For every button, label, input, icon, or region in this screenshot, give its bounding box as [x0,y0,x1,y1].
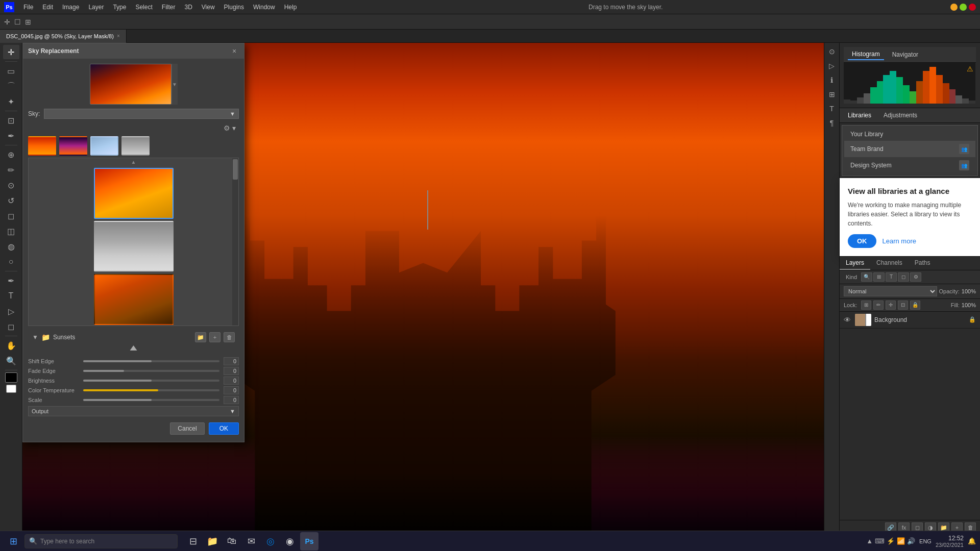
kind-filter-smart[interactable]: ⚙ [910,272,921,282]
menu-edit[interactable]: Edit [38,3,57,12]
document-tab[interactable]: DSC_0045.jpg @ 50% (Sky, Layer Mask/8) × [0,30,127,43]
move-tool-option[interactable]: ✛ [4,18,10,26]
library-design-system-share-button[interactable]: 👥 [959,160,969,170]
menu-select[interactable]: Select [131,3,156,12]
menu-layer[interactable]: Layer [84,3,108,12]
menu-type[interactable]: Type [109,3,130,12]
sky-folder-collapse-arrow[interactable]: ▼ [32,334,38,341]
sky-folder-add-button[interactable]: + [209,332,220,342]
lock-artboard-button[interactable]: ⊡ [898,300,908,310]
sky-thumb-1[interactable] [28,136,56,156]
sky-folder-new-folder-button[interactable]: 📁 [195,332,206,342]
slider-brightness-track[interactable] [83,380,219,382]
tray-wifi-icon[interactable]: 📶 [897,537,905,545]
sky-list-scroll-thumb[interactable] [233,159,238,180]
text-tool[interactable]: T [3,289,19,303]
start-button[interactable]: ⊞ [4,532,22,550]
sky-dialog-title-bar[interactable]: Sky Replacement × [23,43,244,59]
lasso-tool[interactable]: ⌒ [3,79,19,93]
lock-all-button[interactable]: 🔒 [910,300,920,310]
document-tab-close[interactable]: × [117,33,120,39]
slider-scale-value[interactable]: 0 [224,396,239,404]
paragraph-icon[interactable]: ¶ [825,116,839,130]
menu-3d[interactable]: 3D [180,3,196,12]
shape-tool[interactable]: ◻ [3,319,19,334]
taskbar-task-view[interactable]: ⊟ [184,532,202,550]
healing-tool[interactable]: ⊕ [3,147,19,162]
path-selection-tool[interactable]: ▷ [3,304,19,318]
type-icon[interactable]: T [825,102,839,115]
slider-scale-track[interactable] [83,399,219,401]
hand-tool[interactable]: ✋ [3,338,19,353]
library-info-ok-button[interactable]: OK [848,234,876,248]
tray-volume-icon[interactable]: 🔊 [907,537,915,545]
sky-thumb-2[interactable] [59,136,87,156]
foreground-color[interactable] [5,372,17,383]
taskbar-search-box[interactable]: 🔍 Type here to search [24,534,178,548]
close-button[interactable] [969,4,976,11]
history-brush-tool[interactable]: ↺ [3,193,19,208]
sky-preview-scrollbar[interactable]: ▼ [172,64,178,105]
histogram-tab[interactable]: Histogram [848,49,884,60]
kind-filter-adjustment[interactable]: ⊞ [873,272,885,282]
info-icon[interactable]: ℹ [825,73,839,87]
sky-thumb-3[interactable] [90,136,118,156]
slider-shift-edge-track[interactable] [83,360,219,362]
gradient-tool[interactable]: ◫ [3,224,19,238]
kind-filter-shape[interactable]: ◻ [898,272,909,282]
sky-dialog-close-button[interactable]: × [230,46,239,56]
sky-list-item-2[interactable] [94,221,174,272]
paths-tab[interactable]: Paths [909,257,937,270]
move-tool[interactable]: ✛ [3,45,19,59]
lock-transparent-button[interactable]: ⊞ [861,300,871,310]
tray-keyboard-icon[interactable]: ⌨ [875,537,885,545]
sky-list-item-3[interactable] [94,274,174,325]
minimize-button[interactable] [950,4,958,11]
opacity-value[interactable]: 100% [962,288,976,294]
fill-value[interactable]: 100% [962,302,976,308]
sky-ok-button[interactable]: OK [209,422,239,435]
notification-icon[interactable]: 🔔 [968,537,976,545]
menu-file[interactable]: File [19,3,37,12]
layer-background[interactable]: 👁 Background 🔒 [840,312,980,329]
eyedropper-tool[interactable]: ✒ [3,129,19,143]
menu-image[interactable]: Image [58,3,83,12]
adjustments-tab[interactable]: Adjustments [879,110,921,120]
menu-window[interactable]: Window [249,3,279,12]
libraries-tab[interactable]: Libraries [844,110,875,120]
taskbar-clock[interactable]: 12:52 23/02/2021 [936,535,964,548]
clone-tool[interactable]: ⊙ [3,178,19,192]
eraser-tool[interactable]: ◻ [3,209,19,223]
kind-filter-type[interactable]: T [886,272,897,282]
menu-plugins[interactable]: Plugins [220,3,248,12]
pen-tool[interactable]: ✒ [3,273,19,288]
slider-shift-edge-value[interactable]: 0 [224,357,239,365]
blur-tool[interactable]: ◍ [3,239,19,254]
transform-controls-option[interactable]: ⊞ [25,18,31,26]
navigator-tab[interactable]: Navigator [888,49,922,60]
menu-view[interactable]: View [198,3,219,12]
taskbar-photoshop[interactable]: Ps [300,532,318,550]
auto-select-option[interactable]: ☐ [14,18,21,26]
taskbar-language[interactable]: ENG [919,538,932,544]
sky-list-scrollbar[interactable] [232,158,238,325]
kind-filter-pixel[interactable]: 🔍 [861,272,872,282]
marquee-tool[interactable]: ▭ [3,64,19,78]
layers-tab[interactable]: Layers [840,257,870,270]
taskbar-store[interactable]: 🛍 [223,532,241,550]
content-aware-icon[interactable]: ⊞ [825,88,839,101]
slider-color-temperature-value[interactable]: 0 [224,386,239,394]
taskbar-explorer[interactable]: 📁 [203,532,222,550]
library-item-your-library[interactable]: Your Library [844,128,975,141]
magic-wand-tool[interactable]: ✦ [3,94,19,109]
history-icon[interactable]: ⊙ [825,45,839,58]
background-color[interactable] [6,385,16,393]
tray-up-arrow[interactable]: ▲ [866,537,873,545]
library-item-design-system[interactable]: Design System 👥 [844,157,975,173]
action-icon[interactable]: ▷ [825,59,839,72]
dodge-tool[interactable]: ○ [3,255,19,269]
library-item-team-brand[interactable]: Team Brand 👥 [844,141,975,157]
menu-help[interactable]: Help [280,3,301,12]
slider-brightness-value[interactable]: 0 [224,377,239,385]
taskbar-edge[interactable]: ◎ [261,532,280,550]
